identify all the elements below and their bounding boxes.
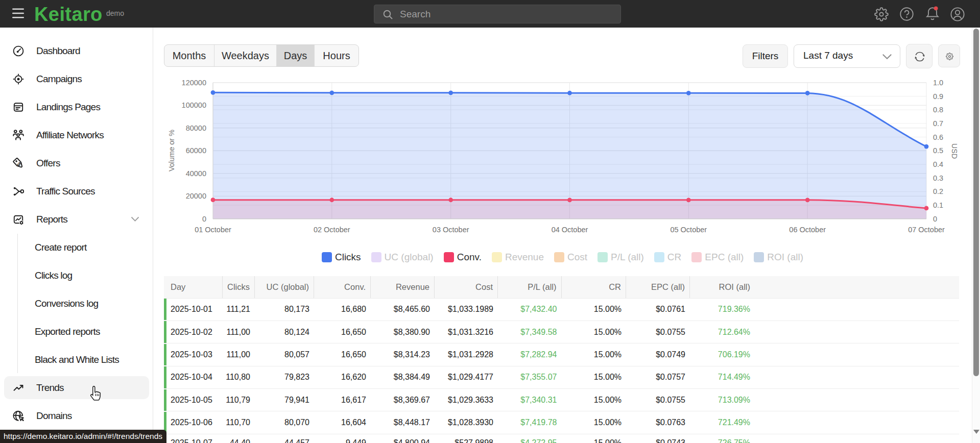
svg-text:80000: 80000 <box>186 124 206 132</box>
svg-text:1.0: 1.0 <box>933 79 943 87</box>
svg-text:0.1: 0.1 <box>933 201 943 209</box>
svg-text:01 October: 01 October <box>195 226 231 234</box>
svg-text:0.6: 0.6 <box>933 133 943 141</box>
svg-text:0.3: 0.3 <box>933 174 943 182</box>
svg-text:0.8: 0.8 <box>933 106 943 114</box>
svg-text:0: 0 <box>202 215 206 223</box>
svg-text:06 October: 06 October <box>789 226 826 234</box>
svg-text:100000: 100000 <box>182 101 206 109</box>
svg-text:0.5: 0.5 <box>933 146 943 155</box>
svg-text:60000: 60000 <box>186 146 206 155</box>
svg-text:Volume or %: Volume or % <box>168 130 176 171</box>
svg-text:0: 0 <box>933 215 937 223</box>
svg-text:0.9: 0.9 <box>933 92 943 101</box>
svg-text:20000: 20000 <box>186 192 206 200</box>
svg-text:0.7: 0.7 <box>933 119 943 128</box>
svg-text:0.4: 0.4 <box>933 160 943 168</box>
svg-text:USD: USD <box>950 143 959 159</box>
svg-text:120000: 120000 <box>182 79 206 87</box>
svg-text:40000: 40000 <box>186 169 206 178</box>
svg-text:0.2: 0.2 <box>933 187 943 195</box>
svg-text:04 October: 04 October <box>552 226 588 234</box>
svg-text:02 October: 02 October <box>314 226 350 234</box>
svg-text:05 October: 05 October <box>670 226 707 234</box>
svg-text:07 October: 07 October <box>908 226 945 234</box>
svg-text:03 October: 03 October <box>433 226 469 234</box>
